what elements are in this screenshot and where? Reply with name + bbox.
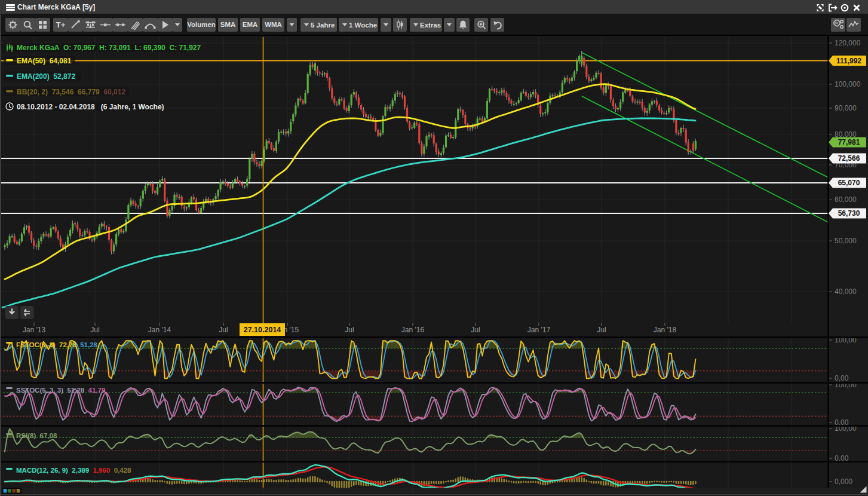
svg-text:111,992: 111,992 [836, 57, 861, 65]
svg-text:60,000: 60,000 [835, 195, 857, 204]
svg-text:56,730: 56,730 [838, 209, 860, 218]
svg-text:5 Jahre: 5 Jahre [311, 22, 335, 29]
svg-text:Jul: Jul [90, 326, 99, 334]
svg-text:Jul: Jul [471, 326, 480, 334]
svg-text:Jul: Jul [345, 326, 354, 334]
svg-text:Jul: Jul [597, 326, 606, 334]
svg-text:EMA(50) 64,081: EMA(50) 64,081 [17, 57, 72, 65]
svg-text:SSTOC(5, 3, 3) 51,28 41,79: SSTOC(5, 3, 3) 51,28 41,79 [16, 387, 105, 394]
svg-text:Jul: Jul [219, 326, 228, 334]
svg-text:27.10.2014: 27.10.2014 [244, 326, 281, 334]
svg-text:120,000: 120,000 [835, 39, 861, 47]
svg-text:100,000: 100,000 [835, 80, 861, 88]
svg-text:90,000: 90,000 [835, 104, 857, 112]
svg-text:65,070: 65,070 [838, 179, 860, 187]
svg-text:1 Woche: 1 Woche [349, 22, 377, 29]
svg-text:0,000: 0,000 [835, 477, 852, 486]
svg-text:Jan '16: Jan '16 [401, 326, 425, 334]
svg-text:77,981: 77,981 [838, 138, 860, 146]
svg-text:40,000: 40,000 [835, 287, 857, 296]
svg-text:BB(20, 2) 73,546 66,779 60,: BB(20, 2) 73,546 66,779 60,012 [17, 88, 125, 96]
svg-text:EMA(200) 52,872: EMA(200) 52,872 [17, 72, 75, 81]
svg-text:08.10.2012 - 02.04.2018 (6 J: 08.10.2012 - 02.04.2018 (6 Jahre, 1 Woch… [17, 103, 164, 111]
svg-text:72,566: 72,566 [838, 154, 860, 163]
svg-text:50,000: 50,000 [835, 237, 857, 245]
svg-text:MACD(12, 26, 9) 2,389 1,960: MACD(12, 26, 9) 2,389 1,960 0,428 [16, 467, 131, 474]
svg-text:Extras: Extras [420, 22, 441, 29]
svg-text:FSTOC(5, 3) 72,78 51,28: FSTOC(5, 3) 72,78 51,28 [16, 341, 98, 348]
svg-text:RSI(8) 67,08: RSI(8) 67,08 [16, 432, 57, 439]
svg-text:Jan '18: Jan '18 [654, 326, 677, 334]
svg-text:Jan '14: Jan '14 [148, 326, 171, 334]
svg-text:Jan '13: Jan '13 [23, 326, 46, 334]
svg-text:Jan '17: Jan '17 [527, 326, 551, 334]
svg-text:Merck KGaA O: 70,967 H: 73,0: Merck KGaA O: 70,967 H: 73,091 L: 69,390… [17, 44, 201, 52]
